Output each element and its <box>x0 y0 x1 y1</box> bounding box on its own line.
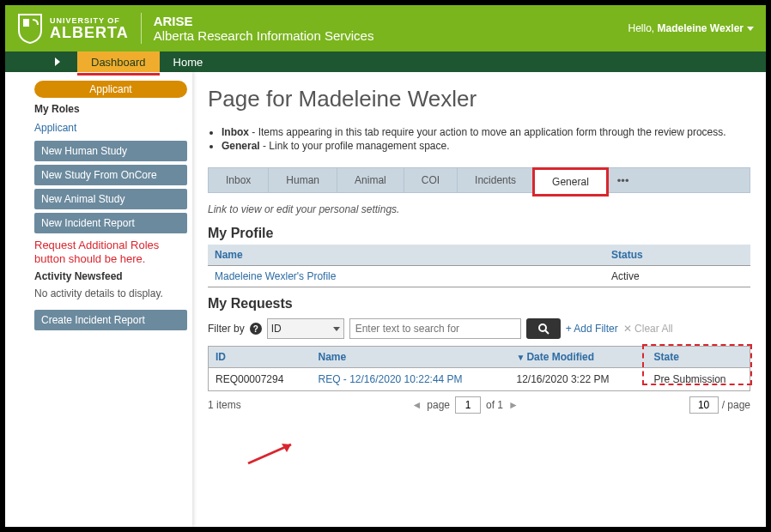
hello-prefix: Hello, <box>628 22 657 34</box>
arise-title-box: ARISE Alberta Research Information Servi… <box>154 14 374 43</box>
req-col-id[interactable]: ID <box>209 347 312 368</box>
svg-line-2 <box>545 330 549 334</box>
nav-bar: Dashboard Home <box>5 51 766 72</box>
app-header: UNIVERSITY OF ALBERTA ARISE Alberta Rese… <box>5 5 766 51</box>
new-human-study-button[interactable]: New Human Study <box>34 141 187 161</box>
create-incident-report-button[interactable]: Create Incident Report <box>34 310 187 330</box>
new-study-oncore-button[interactable]: New Study From OnCore <box>34 165 187 185</box>
pager-of-label: of 1 <box>486 399 503 411</box>
table-row: REQ00007294 REQ - 12/16/2020 10:22:44 PM… <box>209 368 750 391</box>
profile-status: Active <box>604 266 750 287</box>
requests-table: ID Name ▼Date Modified State REQ00007294… <box>208 346 750 391</box>
new-incident-report-button[interactable]: New Incident Report <box>34 213 187 233</box>
pager-page-label: page <box>427 399 450 411</box>
pager: 1 items ◄ page of 1 ► / page <box>208 396 750 414</box>
new-animal-study-button[interactable]: New Animal Study <box>34 189 187 209</box>
profile-col-status[interactable]: Status <box>604 245 750 266</box>
filter-bar: Filter by ? ID + Add Filter ✕ Clear All <box>208 318 750 339</box>
link-hint-text: Link to view or edit your personal setti… <box>208 203 750 215</box>
user-greeting[interactable]: Hello, Madeleine Wexler <box>628 22 754 34</box>
req-name-link[interactable]: REQ - 12/16/2020 10:22:44 PM <box>319 373 463 385</box>
clear-all-link[interactable]: ✕ Clear All <box>623 323 673 335</box>
pager-page-input[interactable] <box>455 396 481 414</box>
tab-coi[interactable]: COI <box>404 168 458 192</box>
ua-logo: UNIVERSITY OF ALBERTA <box>17 13 129 44</box>
svg-marker-4 <box>282 444 291 452</box>
req-col-state[interactable]: State <box>647 347 750 368</box>
chevron-down-icon <box>747 27 754 31</box>
tab-strip: Inbox Human Animal COI Incidents General… <box>208 167 750 193</box>
filter-field-select[interactable]: ID <box>267 318 344 339</box>
annotation-red-note: Request Additional Roles button should b… <box>34 239 187 267</box>
tab-animal[interactable]: Animal <box>337 168 404 192</box>
nav-home[interactable]: Home <box>160 51 217 72</box>
pager-perpage-label: / page <box>722 399 750 411</box>
desc-inbox: Inbox - Items appearing in this tab requ… <box>222 126 750 138</box>
nav-expand-button[interactable] <box>5 51 77 72</box>
req-col-name[interactable]: Name <box>312 347 510 368</box>
description-list: Inbox - Items appearing in this tab requ… <box>208 126 750 152</box>
profile-col-name[interactable]: Name <box>208 245 604 266</box>
req-state: Pre Submission <box>647 368 750 391</box>
req-date: 12/16/2020 3:22 PM <box>510 368 647 391</box>
chevron-down-icon <box>333 327 340 331</box>
header-divider <box>141 13 142 44</box>
filter-by-label: Filter by <box>208 323 245 335</box>
pager-prev-icon[interactable]: ◄ <box>411 399 422 411</box>
shield-icon <box>17 13 43 44</box>
svg-line-3 <box>248 444 291 463</box>
req-id: REQ00007294 <box>209 368 312 391</box>
arise-subtitle: Alberta Research Information Services <box>154 28 374 43</box>
role-banner: Applicant <box>34 81 187 98</box>
hello-name: Madeleine Wexler <box>658 22 744 34</box>
nav-dashboard[interactable]: Dashboard <box>77 51 160 72</box>
main-content: Page for Madeleine Wexler Inbox - Items … <box>192 72 766 527</box>
add-filter-link[interactable]: + Add Filter <box>566 323 618 335</box>
sidebar: Applicant My Roles Applicant New Human S… <box>5 72 192 527</box>
tab-inbox[interactable]: Inbox <box>209 168 269 192</box>
req-col-date[interactable]: ▼Date Modified <box>510 347 647 368</box>
pager-perpage-input[interactable] <box>689 396 719 414</box>
page-title: Page for Madeleine Wexler <box>208 86 750 112</box>
svg-rect-0 <box>23 19 29 27</box>
filter-text-input[interactable] <box>349 318 521 339</box>
sort-desc-icon: ▼ <box>517 353 525 362</box>
tab-more-button[interactable]: ••• <box>607 168 640 192</box>
applicant-role-link[interactable]: Applicant <box>34 118 187 137</box>
my-roles-heading: My Roles <box>34 103 187 115</box>
tab-incidents[interactable]: Incidents <box>458 168 534 192</box>
annotation-arrow-icon <box>244 439 304 465</box>
svg-point-1 <box>539 324 546 331</box>
search-button[interactable] <box>526 318 561 339</box>
tab-human[interactable]: Human <box>269 168 337 192</box>
profile-table: Name Status Madeleine Wexler's Profile A… <box>208 245 750 287</box>
pager-next-icon[interactable]: ► <box>508 399 519 411</box>
no-activity-text: No activity details to display. <box>34 287 187 299</box>
activity-newsfeed-heading: Activity Newsfeed <box>34 270 187 282</box>
alberta-label: ALBERTA <box>50 25 129 40</box>
my-profile-heading: My Profile <box>208 226 750 241</box>
table-row: Madeleine Wexler's Profile Active <box>208 266 750 287</box>
pager-items-count: 1 items <box>208 399 241 411</box>
tab-general[interactable]: General <box>532 167 609 196</box>
arise-title: ARISE <box>154 14 374 28</box>
desc-general: General - Link to your profile managemen… <box>222 140 750 152</box>
profile-link[interactable]: Madeleine Wexler's Profile <box>215 270 336 282</box>
my-requests-heading: My Requests <box>208 296 750 311</box>
help-icon[interactable]: ? <box>250 323 262 335</box>
search-icon <box>537 323 549 335</box>
